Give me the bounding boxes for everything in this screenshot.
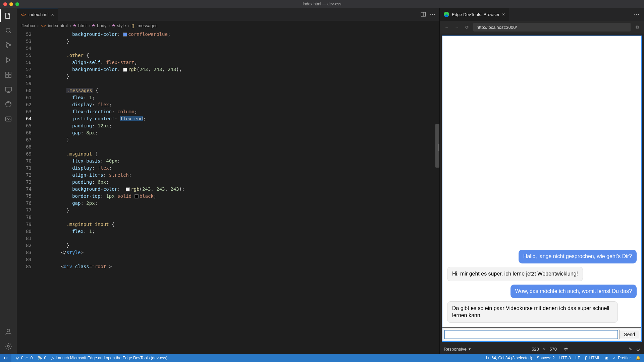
class-icon: {} [131, 23, 135, 28]
breadcrumb-item[interactable]: body [97, 23, 106, 28]
account-icon[interactable] [4, 327, 13, 336]
close-tab-icon[interactable]: × [51, 12, 54, 17]
settings-gear-icon[interactable] [4, 342, 13, 351]
edge-tools-icon[interactable] [4, 100, 13, 109]
message-input[interactable] [444, 330, 618, 339]
line-number-gutter: 5253545556575859606162636465666768697071… [17, 30, 37, 354]
prettier-label: Prettier [618, 356, 631, 360]
nav-back-icon[interactable]: ← [443, 25, 450, 30]
breadcrumb-item[interactable]: html [78, 23, 87, 28]
encoding-status[interactable]: UTF-8 [559, 356, 571, 360]
braces-icon: {} [585, 356, 588, 360]
edge-icon [444, 12, 449, 17]
launch-edge-action[interactable]: ▷ Launch Microsoft Edge and open the Edg… [51, 356, 167, 360]
editor-tab-label: index.html [29, 12, 48, 17]
nav-forward-icon[interactable]: → [453, 25, 461, 30]
minimize-window-button[interactable] [9, 2, 13, 6]
notifications-icon[interactable]: 🔔 [636, 356, 641, 360]
responsive-mode-selector[interactable]: Responsive ▾ [444, 347, 471, 352]
breadcrumb[interactable]: flexbox› <> index.html› ⬘ html› ⬘ body› … [17, 21, 439, 30]
indentation-status[interactable]: Spaces: 2 [537, 356, 554, 360]
chat-bubble-other: Hi, mir geht es super, ich lerne jetzt W… [447, 267, 583, 281]
svg-point-3 [9, 45, 11, 46]
chevron-down-icon: ▾ [469, 347, 471, 352]
responsive-mode-label: Responsive [444, 347, 467, 352]
breadcrumb-item[interactable]: flexbox [21, 23, 35, 28]
rotate-icon[interactable]: ⇄ [564, 347, 568, 352]
run-debug-icon[interactable] [4, 56, 13, 64]
svg-point-11 [7, 329, 10, 332]
antenna-icon: 📡 [37, 356, 42, 360]
go-live-indicator[interactable]: ◉ [605, 356, 608, 360]
split-drag-handle[interactable] [438, 144, 439, 151]
eyedropper-icon[interactable]: ✎ [629, 347, 632, 352]
explorer-icon[interactable] [4, 11, 13, 20]
viewport-width[interactable]: 528 [532, 347, 539, 352]
chat-bubble-other: Da gibt es so ein paar Videokurse mit de… [447, 301, 618, 323]
ports-indicator[interactable]: 📡0 [37, 356, 46, 360]
svg-rect-4 [6, 72, 8, 74]
close-window-button[interactable] [3, 2, 7, 6]
broadcast-icon: ◉ [605, 356, 608, 360]
url-bar[interactable]: http://localhost:3000/ [473, 23, 631, 32]
prettier-status[interactable]: ✓ Prettier [613, 356, 631, 360]
maximize-window-button[interactable] [15, 2, 19, 6]
svg-rect-5 [9, 72, 11, 74]
breadcrumb-item[interactable]: index.html [48, 23, 68, 28]
window-title: index.html — dev-css [303, 2, 341, 6]
activity-bar [0, 8, 17, 354]
message-input-bar: Send [442, 327, 641, 341]
svg-rect-6 [6, 75, 8, 77]
check-icon: ✓ [613, 356, 616, 360]
split-editor-icon[interactable] [420, 11, 426, 17]
source-control-icon[interactable] [4, 41, 13, 50]
ports-count: 0 [44, 356, 46, 360]
warning-icon: ⚠ [25, 356, 29, 360]
close-tab-icon[interactable]: × [502, 12, 505, 17]
more-actions-icon[interactable]: ··· [634, 11, 640, 17]
send-button[interactable]: Send [620, 330, 639, 339]
chat-bubble-me: Hallo, lange nicht gesprochen, wie geht'… [519, 250, 637, 263]
language-label: HTML [589, 356, 600, 360]
cursor-position[interactable]: Ln 64, Col 34 (3 selected) [486, 356, 532, 360]
code-content[interactable]: background-color: cornflowerblue; } .oth… [37, 30, 439, 354]
extensions-icon[interactable] [4, 70, 13, 79]
viewport-height[interactable]: 570 [549, 347, 557, 352]
tag-icon: ⬘ [92, 23, 95, 28]
problems-indicator[interactable]: ⊘0 ⚠0 [16, 356, 33, 360]
window-controls [3, 2, 19, 6]
html-file-icon: <> [21, 12, 26, 17]
open-external-icon[interactable]: ⧉ [633, 24, 641, 30]
language-mode[interactable]: {} HTML [585, 356, 600, 360]
tag-icon: ⬘ [112, 23, 115, 28]
breadcrumb-item[interactable]: .messages [137, 23, 158, 28]
devtools-panel: Edge DevTools: Browser × ··· ← → ⟳ http:… [439, 8, 644, 354]
more-actions-icon[interactable]: ··· [430, 11, 436, 17]
devtools-tab-label: Edge DevTools: Browser [452, 12, 499, 17]
error-icon: ⊘ [16, 356, 19, 360]
editor-tab-index-html[interactable]: <> index.html × [17, 8, 58, 21]
svg-point-0 [6, 28, 10, 32]
code-editor[interactable]: 5253545556575859606162636465666768697071… [17, 30, 439, 354]
chat-bubble-me: Wow, das möchte ich auch, womit lernst D… [511, 285, 637, 298]
search-icon[interactable] [4, 26, 13, 35]
browser-nav-bar: ← → ⟳ http://localhost:3000/ ⧉ [440, 21, 644, 34]
viewport-x-icon: × [543, 347, 546, 352]
warning-count: 0 [31, 356, 33, 360]
breadcrumb-item[interactable]: style [117, 23, 126, 28]
devtools-tab-bar: Edge DevTools: Browser × ··· [440, 8, 644, 21]
devtools-footer: Responsive ▾ 528 × 570 ⇄ ✎ ⊙ [440, 344, 644, 354]
remote-indicator[interactable] [0, 354, 11, 362]
error-count: 0 [21, 356, 23, 360]
editor-group: <> index.html × ··· flexbox› <> index.ht… [17, 8, 439, 354]
gallery-icon[interactable] [4, 115, 13, 123]
devtools-tab[interactable]: Edge DevTools: Browser × [440, 8, 509, 21]
eol-status[interactable]: LF [576, 356, 580, 360]
svg-rect-7 [9, 75, 11, 77]
editor-tab-bar: <> index.html × ··· [17, 8, 439, 21]
html-file-icon: <> [41, 23, 46, 28]
reload-icon[interactable]: ⟳ [463, 25, 471, 30]
inspect-element-icon[interactable]: ⊙ [636, 347, 640, 352]
remote-explorer-icon[interactable] [4, 85, 13, 94]
svg-point-1 [6, 43, 7, 44]
